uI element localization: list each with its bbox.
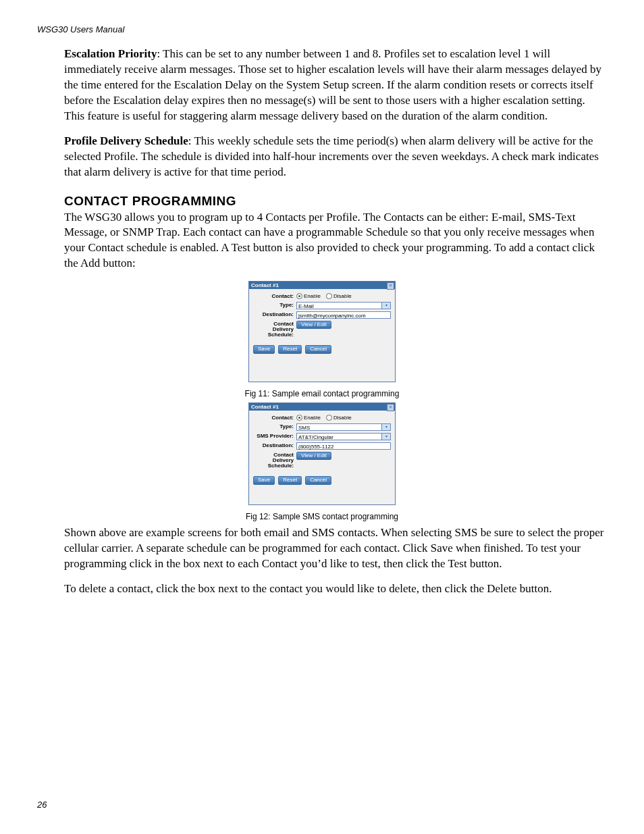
paragraph-profile-schedule: Profile Delivery Schedule: This weekly s…	[64, 134, 607, 180]
input-destination[interactable]: jsmith@mycompanyinc.com	[296, 311, 391, 319]
radio-enable[interactable]	[296, 415, 302, 421]
select-provider[interactable]: AT&T/Cingular ▾	[296, 433, 391, 440]
cancel-button[interactable]: Cancel	[305, 476, 331, 485]
running-header: WSG30 Users Manual	[37, 24, 607, 34]
label-schedule: Contact Delivery Schedule:	[253, 321, 296, 338]
dialog-title: Contact #1 ×	[249, 282, 395, 289]
runin-profile: Profile Delivery Schedule	[64, 134, 188, 147]
dialog-sms-contact: Contact #1 × Contact: Enable Disable Typ…	[248, 402, 396, 505]
runin-escalation: Escalation Priority	[64, 47, 157, 60]
input-destination[interactable]: (800)555-1122	[296, 442, 391, 450]
paragraph-shown-above: Shown above are example screens for both…	[64, 525, 607, 572]
page-number: 26	[37, 800, 47, 810]
label-destination: Destination:	[253, 311, 296, 317]
label-schedule: Contact Delivery Schedule:	[253, 452, 296, 469]
caption-fig12: Fig 12: Sample SMS contact programming	[37, 512, 607, 521]
radio-enable-label: Enable	[304, 415, 321, 421]
figure-11: Contact #1 × Contact: Enable Disable Typ…	[37, 281, 607, 382]
label-destination: Destination:	[253, 442, 296, 448]
select-type-value: E-Mail	[298, 303, 314, 309]
label-provider: SMS Provider:	[253, 433, 296, 439]
dialog-title: Contact #1 ×	[249, 403, 395, 411]
reset-button[interactable]: Reset	[278, 345, 302, 354]
reset-button[interactable]: Reset	[278, 476, 302, 485]
chevron-down-icon: ▾	[381, 424, 390, 430]
dialog-title-text: Contact #1	[251, 404, 279, 410]
cancel-button[interactable]: Cancel	[305, 345, 331, 354]
paragraph-contact-intro: The WSG30 allows you to program up to 4 …	[64, 210, 607, 272]
label-type: Type:	[253, 423, 296, 429]
chevron-down-icon: ▾	[381, 434, 390, 440]
paragraph-delete: To delete a contact, click the box next …	[64, 581, 607, 597]
label-contact: Contact:	[253, 293, 296, 299]
label-type: Type:	[253, 302, 296, 308]
heading-contact-programming: CONTACT PROGRAMMING	[64, 194, 607, 209]
view-edit-button[interactable]: View / Edit	[296, 452, 331, 461]
figure-12: Contact #1 × Contact: Enable Disable Typ…	[37, 402, 607, 505]
save-button[interactable]: Save	[253, 476, 275, 485]
select-type[interactable]: E-Mail ▾	[296, 302, 391, 309]
radio-enable[interactable]	[296, 293, 302, 299]
dialog-title-text: Contact #1	[251, 282, 279, 288]
select-type-value: SMS	[298, 425, 310, 431]
chevron-down-icon: ▾	[381, 303, 390, 309]
dialog-email-contact: Contact #1 × Contact: Enable Disable Typ…	[248, 281, 396, 382]
input-destination-value: (800)555-1122	[298, 444, 333, 450]
label-contact: Contact:	[253, 415, 296, 421]
close-icon[interactable]: ×	[387, 404, 394, 411]
radio-disable[interactable]	[326, 293, 332, 299]
caption-fig11: Fig 11: Sample email contact programming	[37, 389, 607, 398]
paragraph-escalation: Escalation Priority: This can be set to …	[64, 47, 607, 124]
radio-disable-label: Disable	[333, 293, 352, 299]
save-button[interactable]: Save	[253, 345, 275, 354]
view-edit-button[interactable]: View / Edit	[296, 321, 331, 330]
radio-disable[interactable]	[326, 415, 332, 421]
radio-disable-label: Disable	[333, 415, 352, 421]
close-icon[interactable]: ×	[387, 282, 394, 290]
input-destination-value: jsmith@mycompanyinc.com	[298, 313, 366, 319]
select-provider-value: AT&T/Cingular	[298, 434, 333, 440]
select-type[interactable]: SMS ▾	[296, 423, 391, 431]
radio-enable-label: Enable	[304, 293, 321, 299]
